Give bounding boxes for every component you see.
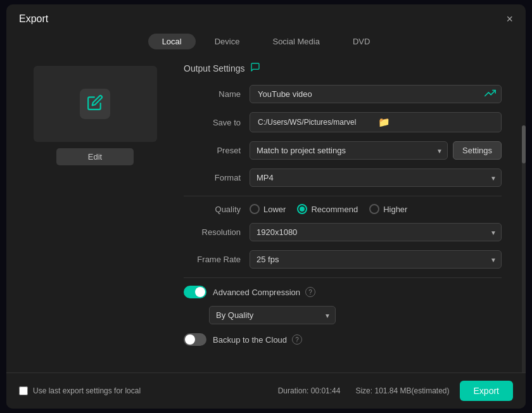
name-field-row: Name: [184, 85, 502, 103]
format-field-row: Format MP4 ▼: [184, 168, 502, 187]
edit-button[interactable]: Edit: [56, 148, 134, 165]
modal-title: Export: [19, 13, 48, 25]
name-label: Name: [184, 89, 241, 99]
use-last-label: Use last export settings for local: [33, 386, 141, 395]
backup-cloud-label: Backup to the Cloud: [213, 335, 287, 345]
edit-icon-container: [80, 89, 110, 119]
save-path-wrapper: C:/Users/WS/Pictures/marvel 📁: [250, 112, 502, 132]
folder-icon[interactable]: 📁: [376, 113, 496, 132]
toggle-knob: [195, 287, 205, 297]
use-last-checkbox-label[interactable]: Use last export settings for local: [19, 386, 141, 395]
ai-icon[interactable]: [484, 87, 496, 101]
quality-lower-radio[interactable]: [250, 204, 260, 214]
resolution-label: Resolution: [184, 227, 241, 237]
resolution-select-wrapper: 1920x1080 ▼: [250, 223, 502, 241]
quality-higher-text: Higher: [383, 205, 407, 214]
right-panel: Output Settings Name: [184, 56, 521, 372]
advanced-compression-row: Advanced Compression ?: [184, 286, 502, 298]
frame-rate-select-wrapper: 25 fps ▼: [250, 250, 502, 269]
quality-recommend-text: Recommend: [311, 205, 358, 214]
backup-cloud-toggle-wrapper[interactable]: [184, 333, 206, 346]
export-modal: Export × Local Device Social Media DVD: [6, 4, 526, 409]
frame-rate-select[interactable]: 25 fps: [250, 250, 502, 269]
quality-higher-radio[interactable]: [369, 204, 379, 214]
save-path-value: C:/Users/WS/Pictures/marvel: [255, 114, 376, 130]
quality-higher-label[interactable]: Higher: [369, 204, 407, 214]
divider-2: [184, 277, 502, 278]
preset-row: Match to project settings ▼ Settings: [250, 141, 502, 160]
format-label: Format: [184, 173, 241, 182]
output-settings-label: Output Settings: [184, 63, 245, 73]
by-quality-select[interactable]: By Quality: [209, 306, 336, 324]
output-settings-header: Output Settings: [184, 62, 502, 75]
quality-label: Quality: [184, 205, 241, 214]
backup-toggle-knob: [185, 334, 195, 345]
format-select[interactable]: MP4: [250, 168, 502, 187]
preview-box: [34, 66, 157, 142]
duration-label: Duration: 00:01:44: [278, 386, 341, 395]
close-button[interactable]: ×: [506, 13, 513, 25]
export-button[interactable]: Export: [460, 381, 513, 401]
tab-local[interactable]: Local: [148, 34, 196, 49]
by-quality-select-wrapper: By Quality ▼: [209, 306, 336, 324]
quality-field-row: Quality Lower Recommend Higher: [184, 204, 502, 214]
quality-lower-text: Lower: [263, 205, 286, 214]
footer-info: Duration: 00:01:44 Size: 101.84 MB(estim…: [278, 386, 450, 395]
pencil-icon: [87, 94, 103, 113]
size-label: Size: 101.84 MB(estimated): [355, 386, 449, 395]
frame-rate-field-row: Frame Rate 25 fps ▼: [184, 250, 502, 269]
backup-cloud-help-icon[interactable]: ?: [292, 334, 302, 345]
resolution-field-row: Resolution 1920x1080 ▼: [184, 223, 502, 241]
name-input-wrapper: [250, 85, 502, 103]
preset-label: Preset: [184, 146, 241, 155]
tab-social-media[interactable]: Social Media: [258, 34, 333, 49]
divider-1: [184, 196, 502, 196]
tabs-bar: Local Device Social Media DVD: [6, 31, 526, 56]
modal-header: Export ×: [6, 4, 526, 31]
save-to-field-row: Save to C:/Users/WS/Pictures/marvel 📁: [184, 112, 502, 132]
settings-button[interactable]: Settings: [453, 141, 502, 160]
preset-select-wrapper: Match to project settings ▼: [250, 141, 448, 160]
preset-field-row: Preset Match to project settings ▼ Setti…: [184, 141, 502, 160]
quality-radio-group: Lower Recommend Higher: [250, 204, 407, 214]
frame-rate-label: Frame Rate: [184, 255, 241, 264]
quality-recommend-radio[interactable]: [297, 204, 307, 214]
advanced-compression-label: Advanced Compression: [213, 288, 300, 297]
advanced-compression-help-icon[interactable]: ?: [305, 287, 315, 297]
format-select-wrapper: MP4 ▼: [250, 168, 502, 187]
modal-footer: Use last export settings for local Durat…: [6, 372, 526, 409]
use-last-checkbox[interactable]: [19, 386, 28, 395]
left-panel: Edit: [6, 56, 184, 372]
tab-device[interactable]: Device: [201, 34, 254, 49]
quality-recommend-label[interactable]: Recommend: [297, 204, 358, 214]
tab-dvd[interactable]: DVD: [339, 34, 384, 49]
advanced-compression-toggle-wrapper[interactable]: [184, 286, 206, 298]
settings-export-icon: [250, 62, 260, 75]
resolution-select[interactable]: 1920x1080: [250, 223, 502, 241]
scrollbar-track[interactable]: [522, 125, 526, 372]
quality-lower-label[interactable]: Lower: [250, 204, 286, 214]
name-input[interactable]: [255, 86, 484, 103]
modal-body: Edit Output Settings Name: [6, 56, 526, 372]
advanced-compression-toggle[interactable]: [184, 286, 206, 298]
save-to-label: Save to: [184, 118, 241, 127]
by-quality-row: By Quality ▼: [209, 306, 502, 324]
backup-cloud-toggle[interactable]: [184, 333, 206, 346]
scrollbar-thumb[interactable]: [522, 125, 526, 163]
backup-cloud-row: Backup to the Cloud ?: [184, 333, 502, 346]
scrollbar-area: [521, 56, 526, 372]
preset-select[interactable]: Match to project settings: [250, 141, 448, 160]
